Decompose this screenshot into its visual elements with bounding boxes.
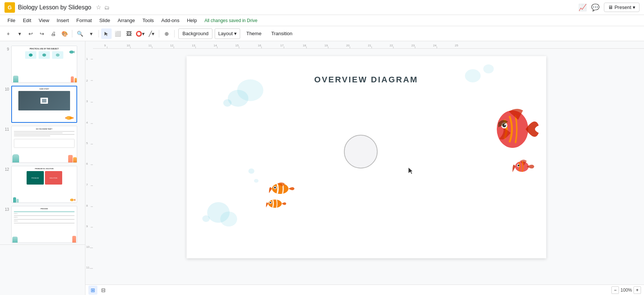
svg-point-77 [274,187,276,189]
zoom-out-btn[interactable]: − [611,286,619,294]
plus-btn[interactable]: ⊕ [161,28,172,39]
list-view-button[interactable]: ⊟ [99,286,108,295]
menu-file[interactable]: File [4,16,18,24]
svg-text:12: 12 [170,44,173,47]
folder-icon[interactable]: 🗂 [104,4,109,10]
zoom-controls: − 100% + [611,286,641,294]
present-label: Present [614,4,631,10]
bubble-10 [202,215,210,222]
menu-view[interactable]: View [36,16,52,24]
menu-edit[interactable]: Edit [20,16,34,24]
svg-point-71 [504,124,506,125]
big-fish-svg [490,105,539,153]
undo-button[interactable]: ↩ [25,28,36,39]
activity-icon[interactable]: 📈 [578,3,587,12]
slide-item-13[interactable]: 13 PROCESS STEP 1 STEP 2 STEP 3 [0,204,85,244]
select-tool[interactable] [101,28,112,39]
circle-shape[interactable] [344,135,378,168]
background-button[interactable]: Background [178,28,212,39]
layout-button[interactable]: Layout ▾ [215,28,240,39]
text-box-button[interactable]: ⬜ [112,28,123,39]
svg-marker-6 [74,199,75,201]
slide-item-9[interactable]: 9 PRACTICAL USE OF THIS SUBJECT [0,44,85,84]
svg-point-3 [69,117,73,119]
svg-text:8: 8 [86,204,88,207]
layout-chevron: ▾ [234,31,237,36]
comment-icon[interactable]: 💬 [591,3,599,12]
star-icon[interactable]: ☆ [96,4,101,11]
menu-arrange[interactable]: Arrange [115,16,138,24]
zoom-in-btn[interactable]: + [634,286,641,294]
svg-text:11: 11 [86,266,90,269]
grid-view-button[interactable]: ⊞ [88,286,97,295]
theme-button[interactable]: Theme [242,28,265,39]
zoom-level: 100% [620,288,632,293]
redo-button[interactable]: ↪ [37,28,47,39]
slide-title: OVERVIEW DIAGRAM [314,75,418,85]
slide-thumb-10[interactable]: CASE STUDY [11,86,77,123]
svg-text:2: 2 [86,79,88,82]
dropdown-btn[interactable]: ▾ [14,28,25,39]
paint-format-button[interactable]: 🎨 [59,28,70,39]
shape-button[interactable]: ⭕▾ [135,28,145,39]
slide-thumb-12[interactable]: PROBLEM VS. SOLUTION PROBLEM SOLUTION [11,166,77,203]
bubble-2 [237,79,263,101]
slide-number-13: 13 [3,207,9,212]
line-button[interactable]: ╱▾ [146,28,157,39]
zoom-out-button[interactable]: 🔍 [75,28,85,39]
present-monitor-icon: 🖥 [608,4,613,10]
slide-panel-bottom [0,244,85,255]
slide-thumb-9[interactable]: PRACTICAL USE OF THIS SUBJECT [11,46,77,83]
editor-area: 9 10 11 12 13 14 15 16 17 18 19 20 21 22… [85,41,644,295]
zoom-in-button[interactable]: ▾ [86,28,96,39]
bubble-9 [220,212,237,226]
small-fish-svg [513,157,535,176]
separator-2 [99,30,99,37]
main-area: 9 PRACTICAL USE OF THIS SUBJECT [0,41,644,295]
svg-text:21: 21 [368,44,371,47]
slide-number-9: 9 [3,47,9,51]
svg-text:22: 22 [390,44,393,47]
slide-item-11[interactable]: 11 DO YOU KNOW THAT? [0,124,85,164]
s9-title-text: PRACTICAL USE OF THIS SUBJECT [12,46,77,50]
separator-3 [159,30,159,37]
svg-text:19: 19 [324,44,328,47]
app-logo: G [4,2,15,13]
svg-marker-1 [74,51,75,54]
svg-text:1: 1 [86,57,88,61]
svg-text:6: 6 [86,162,88,165]
add-button[interactable]: + [3,28,13,39]
svg-text:15: 15 [235,44,239,47]
svg-marker-4 [73,117,73,119]
svg-text:11: 11 [148,44,152,47]
slide-number-11: 11 [3,127,9,131]
canvas-scroll-area[interactable]: OVERVIEW DIAGRAM [93,49,644,285]
transition-button[interactable]: Transition [267,28,296,39]
vertical-ruler: 1 2 3 4 5 6 7 8 9 10 11 12 13 [85,49,93,285]
bubble-6 [248,168,254,174]
menu-bar: File Edit View Insert Format Slide Arran… [0,15,644,26]
slide-thumb-11[interactable]: DO YOU KNOW THAT? [11,126,77,163]
horizontal-ruler: 9 10 11 12 13 14 15 16 17 18 19 20 21 22… [93,41,644,49]
svg-text:13: 13 [192,44,195,47]
print-button[interactable]: 🖨 [48,28,58,39]
menu-addons[interactable]: Add-ons [158,16,182,24]
svg-text:20: 20 [346,44,350,47]
svg-text:10: 10 [127,44,130,47]
bottom-bar: ⊞ ⊟ − 100% + [85,285,644,295]
menu-help[interactable]: Help [184,16,200,24]
menu-insert[interactable]: Insert [54,16,72,24]
slide-canvas[interactable]: OVERVIEW DIAGRAM [187,56,546,258]
slide-item-12[interactable]: 12 PROBLEM VS. SOLUTION PROBLEM SOLUTION [0,164,85,204]
menu-tools[interactable]: Tools [139,16,157,24]
present-button[interactable]: 🖥 Present ▾ [604,3,640,12]
slide-thumb-13[interactable]: PROCESS STEP 1 STEP 2 STEP 3 [11,206,77,243]
cursor [408,167,415,176]
slide-number-10: 10 [3,87,9,91]
image-button[interactable]: 🖼 [124,28,134,39]
svg-text:9: 9 [104,44,106,47]
slide-item-10[interactable]: 10 CASE STUDY [0,84,85,124]
bubble-7 [254,179,258,183]
menu-format[interactable]: Format [73,16,95,24]
menu-slide[interactable]: Slide [96,16,113,24]
